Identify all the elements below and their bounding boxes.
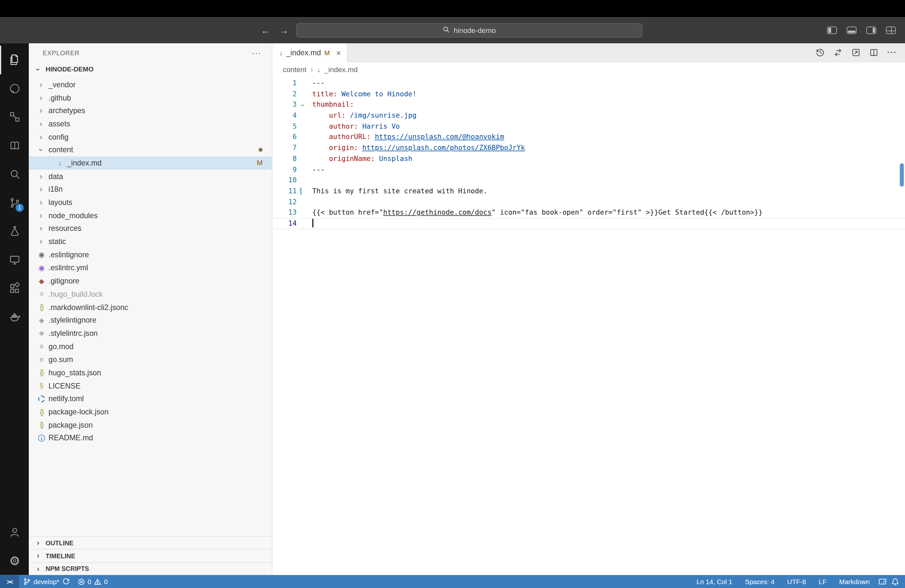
tree-item-.eslintignore[interactable]: ◉.eslintignore (29, 248, 272, 262)
section-outline[interactable]: ›OUTLINE (29, 536, 272, 549)
code-line-14[interactable]: 14 (273, 218, 905, 229)
extensions-icon[interactable] (0, 274, 29, 303)
tree-item-layouts[interactable]: ›layouts (29, 196, 272, 209)
code-line-9[interactable]: 9--- (273, 164, 905, 175)
code-line-1[interactable]: 1--- (273, 78, 905, 89)
tree-item-content[interactable]: ›content (29, 143, 272, 157)
code-text: origin: https://unsplash.com/photos/ZX6B… (306, 143, 525, 153)
problems-status[interactable]: 0 0 (74, 578, 112, 585)
tree-item-.markdownlint-cli2.jsonc[interactable]: {}.markdownlint-cli2.jsonc (29, 300, 272, 314)
more-actions-icon[interactable]: ··· (252, 48, 262, 57)
code-line-6[interactable]: 6 authorURL: https://unsplash.com/@hoanv… (273, 132, 905, 143)
remote-indicator[interactable]: >< (0, 575, 19, 588)
tree-item-config[interactable]: ›config (29, 130, 272, 143)
code-text: This is my first site created with Hinod… (306, 186, 487, 197)
code-line-2[interactable]: 2title: Welcome to Hinode! (273, 89, 905, 99)
references-icon[interactable] (0, 103, 29, 131)
language-mode[interactable]: Markdown (835, 578, 874, 585)
more-actions-icon[interactable]: ··· (887, 48, 897, 57)
tree-item-.gitignore[interactable]: ◆.gitignore (29, 275, 272, 288)
code-line-13[interactable]: 13{{< button href="https://gethinode.com… (273, 208, 905, 218)
bell-icon[interactable] (891, 578, 899, 586)
encoding-status[interactable]: UTF-8 (783, 578, 810, 585)
breadcrumb-folder[interactable]: content (283, 66, 306, 74)
tree-item-.hugo_build.lock[interactable]: ≡.hugo_build.lock (29, 288, 272, 300)
chevron-right-icon: › (36, 211, 46, 220)
tree-item-_vendor[interactable]: ›_vendor (29, 78, 272, 91)
branch-status[interactable]: develop* (19, 578, 74, 585)
tree-item-go.mod[interactable]: ≡go.mod (29, 340, 272, 353)
tree-item-hugo_stats.json[interactable]: {}hugo_stats.json (29, 366, 272, 379)
tree-item-go.sum[interactable]: ≡go.sum (29, 353, 272, 366)
cursor-position[interactable]: Ln 14, Col 1 (692, 578, 736, 585)
tree-item-archetypes[interactable]: ›archetypes (29, 104, 272, 118)
tree-item-static[interactable]: ›static (29, 235, 272, 248)
forward-arrow-icon[interactable]: → (279, 25, 289, 35)
customize-layout-icon[interactable] (886, 27, 895, 34)
item-label: LICENSE (49, 381, 81, 390)
settings-icon[interactable] (0, 546, 29, 575)
workspace-root[interactable]: › HINODE-DEMO (29, 62, 272, 76)
eol-status[interactable]: LF (815, 578, 830, 585)
layout-icon[interactable] (878, 578, 887, 586)
tree-item-data[interactable]: ›data (29, 170, 272, 183)
tree-item-netlify.toml[interactable]: netlify.toml (29, 392, 272, 405)
tree-item-.github[interactable]: ›.github (29, 91, 272, 105)
docker-icon[interactable] (0, 303, 29, 331)
account-icon[interactable] (0, 518, 29, 546)
line-number: 9 (273, 164, 297, 175)
explorer-icon[interactable] (0, 46, 29, 74)
search-icon[interactable] (0, 160, 29, 189)
tree-item-_index.md[interactable]: ↓_index.mdM (29, 156, 272, 170)
tree-item-.eslintrc.yml[interactable]: ◉.eslintrc.yml (29, 261, 272, 275)
code-text: title: Welcome to Hinode! (306, 89, 416, 99)
code-line-7[interactable]: 7 origin: https://unsplash.com/photos/ZX… (273, 143, 905, 153)
tree-item-README.md[interactable]: iREADME.md (29, 432, 272, 445)
tree-item-resources[interactable]: ›resources (29, 222, 272, 235)
github-icon[interactable] (0, 74, 29, 102)
code-line-10[interactable]: 10 (273, 175, 905, 186)
code-line-8[interactable]: 8 originName: Unsplash (273, 154, 905, 164)
code-line-4[interactable]: 4 url: /img/sunrise.jpg (273, 110, 905, 121)
tree-item-.stylelintrc.json[interactable]: ◈.stylelintrc.json (29, 327, 272, 340)
section-timeline[interactable]: ›TIMELINE (29, 549, 272, 562)
close-icon[interactable]: × (336, 48, 341, 57)
testing-icon[interactable] (0, 217, 29, 245)
remote-explorer-icon[interactable] (0, 246, 29, 274)
diff-icon[interactable] (834, 48, 843, 57)
command-center[interactable]: hinode-demo (296, 23, 642, 38)
markdown-icon: ↓ (279, 49, 283, 57)
panel-bottom-icon[interactable] (847, 27, 856, 34)
tree-item-node_modules[interactable]: ›node_modules (29, 209, 272, 222)
code-line-12[interactable]: 12 (273, 197, 905, 207)
code-text: author: Harris Vo (306, 121, 400, 132)
panel-left-icon[interactable] (827, 27, 837, 34)
tab-index-md[interactable]: ↓ _index.md M × (273, 43, 348, 62)
code-line-5[interactable]: 5 author: Harris Vo (273, 121, 905, 132)
tree-item-i18n[interactable]: ›i18n (29, 183, 272, 196)
breadcrumb-file[interactable]: _index.md (324, 66, 357, 74)
back-arrow-icon[interactable]: ← (261, 25, 270, 35)
docs-icon[interactable] (0, 131, 29, 160)
open-preview-icon[interactable] (851, 48, 861, 57)
split-editor-icon[interactable] (869, 48, 878, 57)
item-label: .stylelintignore (49, 316, 96, 324)
indentation-status[interactable]: Spaces: 4 (741, 578, 778, 585)
chevron-right-icon: › (33, 564, 43, 573)
section-npm-scripts[interactable]: ›NPM SCRIPTS (29, 562, 272, 575)
history-icon[interactable] (816, 48, 825, 57)
source-control-icon[interactable]: 1 (0, 189, 29, 217)
line-gutter: 13 (273, 208, 306, 218)
fold-chevron-icon[interactable]: › (297, 103, 307, 107)
git-icon: ◆ (36, 277, 46, 286)
panel-right-icon[interactable] (866, 27, 876, 34)
tree-item-package.json[interactable]: {}package.json (29, 418, 272, 432)
code-line-3[interactable]: 3›thumbnail: (273, 100, 905, 110)
license-icon: § (36, 381, 46, 391)
tree-item-package-lock.json[interactable]: {}package-lock.json (29, 405, 272, 419)
code-line-11[interactable]: 11This is my first site created with Hin… (273, 186, 905, 197)
tree-item-LICENSE[interactable]: §LICENSE (29, 379, 272, 393)
tree-item-assets[interactable]: ›assets (29, 118, 272, 130)
code-editor[interactable]: 1---2title: Welcome to Hinode!3›thumbnai… (273, 76, 905, 575)
tree-item-.stylelintignore[interactable]: ◈.stylelintignore (29, 313, 272, 327)
